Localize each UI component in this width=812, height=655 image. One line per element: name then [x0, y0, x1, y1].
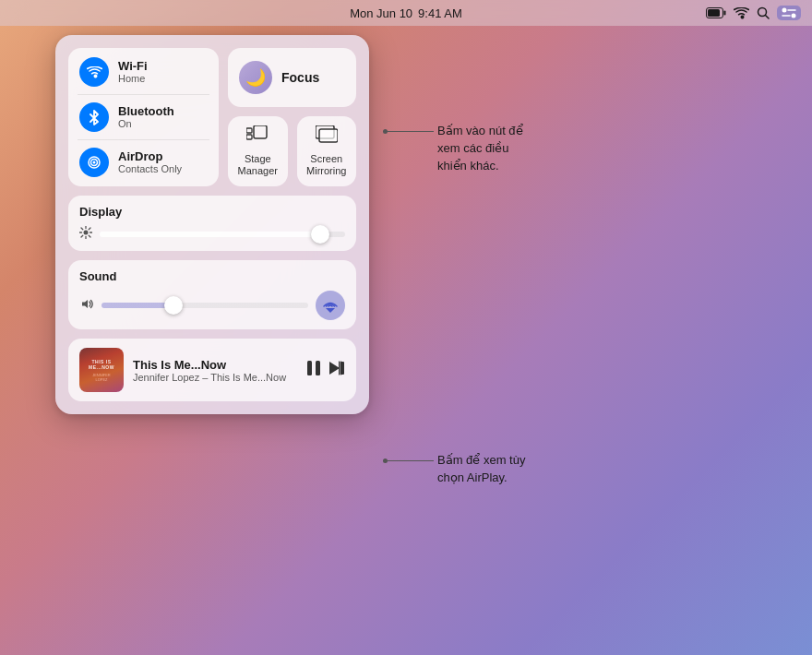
airplay-button[interactable] — [316, 291, 345, 320]
svg-line-24 — [89, 228, 90, 230]
svg-rect-2 — [708, 9, 720, 17]
svg-line-25 — [81, 235, 83, 237]
skip-forward-button[interactable] — [328, 361, 345, 379]
screen-mirroring-label: Screen Mirroring — [304, 153, 350, 177]
stage-manager-icon — [246, 125, 269, 149]
focus-icon: 🌙 — [239, 61, 272, 94]
display-label: Display — [79, 205, 345, 219]
annotation-controls: Bấm vào nút đểxem các điềukhiển khác. — [383, 120, 523, 175]
brightness-thumb[interactable] — [311, 225, 329, 244]
focus-tile[interactable]: 🌙 Focus — [228, 48, 356, 107]
track-info: This Is Me...Now Jennifer Lopez – This I… — [133, 358, 297, 383]
brightness-low-icon — [79, 226, 92, 242]
svg-point-11 — [93, 161, 96, 164]
bluetooth-item[interactable]: Bluetooth On — [79, 102, 208, 132]
wifi-item[interactable]: Wi-Fi Home — [79, 57, 208, 87]
wifi-icon — [734, 7, 749, 19]
bluetooth-name: Bluetooth — [118, 104, 174, 119]
album-art-inner: THIS ISME...NOW JENNIFERLOPEZ — [79, 348, 124, 392]
annotation-controls-text: Bấm vào nút đểxem các điềukhiển khác. — [437, 124, 523, 173]
album-art: THIS ISME...NOW JENNIFERLOPEZ — [79, 348, 124, 392]
wifi-toggle-icon — [79, 57, 109, 87]
svg-rect-14 — [246, 135, 252, 139]
annotation-airplay: Bấm để xem tùychọn AirPlay. — [383, 449, 525, 486]
annotation-airplay-text: Bấm để xem tùychọn AirPlay. — [437, 453, 525, 484]
track-artist: Jennifer Lopez – This Is Me...Now — [133, 372, 297, 383]
svg-line-22 — [81, 228, 83, 230]
svg-line-4 — [766, 16, 770, 19]
svg-point-5 — [782, 8, 787, 13]
sound-slider-row — [79, 291, 345, 320]
search-icon[interactable] — [757, 6, 770, 19]
bottom-tiles: Stage Manager Screen Mirroring — [228, 116, 356, 186]
svg-rect-12 — [254, 125, 267, 138]
wifi-text: Wi-Fi Home — [118, 59, 148, 86]
airdrop-name: AirDrop — [118, 149, 182, 164]
volume-thumb[interactable] — [164, 296, 183, 315]
menubar-icons — [706, 0, 812, 26]
volume-track[interactable] — [102, 303, 308, 308]
now-playing-section[interactable]: THIS ISME...NOW JENNIFERLOPEZ This Is Me… — [68, 339, 356, 401]
battery-icon — [706, 7, 726, 18]
track-name: This Is Me...Now — [133, 358, 297, 372]
screen-mirroring-icon — [316, 125, 338, 149]
brightness-track[interactable] — [100, 232, 345, 237]
svg-rect-28 — [340, 362, 344, 375]
airdrop-item[interactable]: AirDrop Contacts Only — [79, 148, 208, 177]
control-center-panel: Wi-Fi Home Bluetooth On — [55, 35, 369, 414]
right-column: 🌙 Focus Stage Manager — [228, 48, 356, 186]
bluetooth-sub: On — [118, 118, 174, 130]
menubar-datetime: Mon Jun 10 9:41 AM — [350, 6, 462, 20]
connectivity-tile: Wi-Fi Home Bluetooth On — [68, 48, 219, 186]
bluetooth-text: Bluetooth On — [118, 104, 174, 131]
svg-point-7 — [792, 14, 796, 18]
svg-point-17 — [84, 231, 89, 235]
airdrop-toggle-icon — [79, 148, 109, 177]
svg-rect-13 — [246, 128, 252, 133]
control-center-icon[interactable] — [777, 6, 801, 20]
menubar-time: 9:41 AM — [418, 6, 462, 20]
svg-rect-1 — [724, 11, 726, 16]
top-row: Wi-Fi Home Bluetooth On — [68, 48, 356, 186]
airdrop-text: AirDrop Contacts Only — [118, 149, 182, 176]
svg-line-23 — [89, 235, 90, 237]
svg-rect-26 — [307, 361, 312, 375]
sound-section: Sound — [68, 260, 356, 329]
volume-low-icon — [79, 298, 94, 313]
wifi-sub: Home — [118, 73, 148, 85]
display-section: Display — [68, 196, 356, 251]
wifi-name: Wi-Fi — [118, 59, 148, 74]
menubar-date: Mon Jun 10 — [350, 6, 412, 20]
menubar: Mon Jun 10 9:41 AM — [0, 0, 812, 26]
screen-mirroring-tile[interactable]: Screen Mirroring — [297, 116, 357, 186]
svg-rect-27 — [316, 361, 320, 375]
stage-manager-tile[interactable]: Stage Manager — [228, 116, 288, 186]
divider-2 — [78, 139, 209, 140]
playback-controls — [306, 360, 345, 380]
focus-label: Focus — [281, 70, 319, 85]
divider-1 — [78, 94, 209, 95]
sound-label: Sound — [79, 269, 345, 283]
pause-button[interactable] — [306, 360, 321, 380]
stage-manager-label: Stage Manager — [235, 153, 281, 177]
svg-rect-16 — [319, 129, 338, 142]
brightness-slider-row — [79, 226, 345, 242]
airdrop-sub: Contacts Only — [118, 163, 182, 175]
bluetooth-toggle-icon — [79, 102, 109, 132]
